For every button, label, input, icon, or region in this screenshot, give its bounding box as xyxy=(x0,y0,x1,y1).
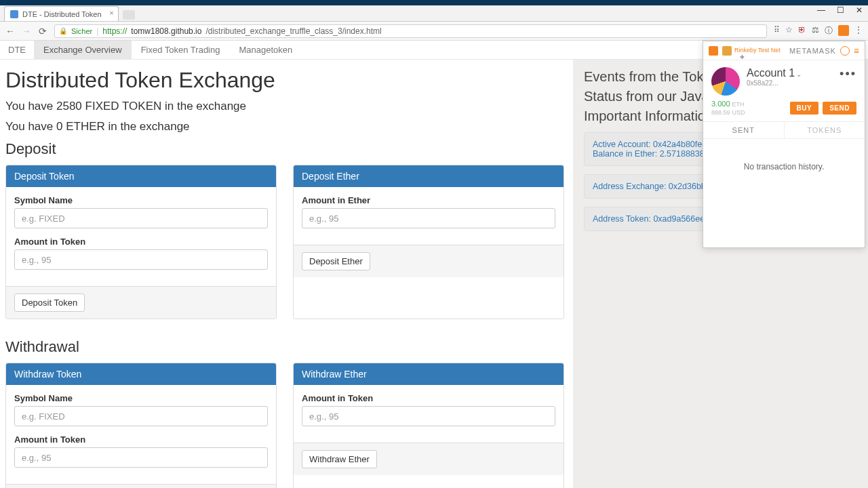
withdraw-ether-panel: Withdraw Ether Amount in Token Withdraw … xyxy=(293,363,564,488)
deposit-ether-amount-input[interactable] xyxy=(302,208,555,228)
withdraw-token-amount-label: Amount in Token xyxy=(14,434,268,445)
withdraw-token-symbol-input[interactable] xyxy=(14,406,268,426)
chevron-down-icon: ⌄ xyxy=(796,70,802,78)
new-tab-button[interactable] xyxy=(123,10,135,20)
metamask-tabs: SENT TOKENS xyxy=(703,121,865,139)
lock-icon: 🔒 xyxy=(59,27,67,35)
tab-sent[interactable]: SENT xyxy=(703,122,784,138)
withdraw-token-panel: Withdraw Token Symbol Name Amount in Tok… xyxy=(5,363,277,488)
deposit-ether-header: Deposit Ether xyxy=(294,165,564,187)
metamask-account-row: Account 1⌄ 0x58a22... ••• xyxy=(703,60,865,100)
forward-icon[interactable]: → xyxy=(22,26,31,36)
withdrawal-heading: Withdrawal xyxy=(5,338,568,356)
withdraw-token-symbol-label: Symbol Name xyxy=(14,393,268,403)
deposit-token-amount-label: Amount in Token xyxy=(14,237,268,247)
deposit-token-amount-input[interactable] xyxy=(14,249,268,270)
close-tab-icon[interactable]: × xyxy=(109,9,113,17)
cursor-icon: ⌖ xyxy=(740,52,745,62)
metamask-popup: Rinkeby Test Net METAMASK ≡ ⌖ Account 1⌄… xyxy=(703,41,865,248)
usd-unit: USD xyxy=(732,109,745,116)
translate-icon[interactable]: ⠿ xyxy=(774,25,780,37)
sidebar: Events from the Token Status from our Ja… xyxy=(573,60,868,488)
deposit-token-button[interactable]: Deposit Token xyxy=(14,293,85,312)
tab-title: DTE - Distributed Token xyxy=(22,10,102,18)
brand-label: DTE xyxy=(0,45,34,55)
close-window-icon[interactable]: ✕ xyxy=(854,5,864,15)
ether-balance-text: You have 0 ETHER in the exchange xyxy=(5,120,568,134)
token-balance-text: You have 2580 FIXED TOKEN in the exchang… xyxy=(5,100,568,113)
url-input[interactable]: 🔒 Sicher | https://tomw1808.github.io/di… xyxy=(54,24,767,38)
account-address: 0x58a22... xyxy=(747,79,802,87)
deposit-token-symbol-input[interactable] xyxy=(14,208,268,228)
deposit-heading: Deposit xyxy=(5,140,568,158)
withdraw-token-header: Withdraw Token xyxy=(6,363,276,385)
back-icon[interactable]: ← xyxy=(5,26,15,36)
tab-tokens[interactable]: TOKENS xyxy=(784,122,865,138)
browser-action-icons: ⠿ ☆ ⛨ ⚖ ⓘ ⋮ xyxy=(774,25,863,37)
metamask-fox-icon xyxy=(709,46,718,56)
account-name[interactable]: Account 1⌄ xyxy=(747,67,802,79)
url-host: tomw1808.github.io xyxy=(131,26,201,36)
network-indicator-icon xyxy=(722,46,732,56)
no-history-text: No transaction history. xyxy=(744,162,825,171)
metamask-balance-row: 3.000 ETH 888.59 USD BUY SEND xyxy=(703,100,865,121)
window-controls: — ☐ ✕ xyxy=(816,5,864,15)
deposit-ether-panel: Deposit Ether Amount in Ether Deposit Et… xyxy=(293,165,564,319)
refresh-icon[interactable] xyxy=(840,46,850,56)
deposit-token-symbol-label: Symbol Name xyxy=(14,195,268,205)
withdraw-ether-header: Withdraw Ether xyxy=(294,363,564,385)
scale-icon[interactable]: ⚖ xyxy=(812,25,819,37)
browser-tabstrip: DTE - Distributed Token × — ☐ ✕ xyxy=(0,5,868,22)
withdraw-ether-amount-input[interactable] xyxy=(302,406,555,426)
metamask-extension-icon[interactable] xyxy=(838,25,849,36)
url-proto: https:// xyxy=(102,26,127,36)
browser-tab[interactable]: DTE - Distributed Token × xyxy=(4,6,119,21)
usd-amount: 888.59 xyxy=(711,109,730,116)
account-avatar-icon xyxy=(711,67,740,96)
secure-label: Sicher xyxy=(71,27,92,35)
main-content: Distributed Token Exchange You have 2580… xyxy=(0,60,573,488)
deposit-token-header: Deposit Token xyxy=(6,165,276,187)
browser-menu-icon[interactable]: ⋮ xyxy=(854,25,863,37)
metamask-topbar: Rinkeby Test Net METAMASK ≡ xyxy=(703,41,865,60)
favicon-icon xyxy=(10,10,18,18)
deposit-ether-button[interactable]: Deposit Ether xyxy=(302,252,370,270)
buy-button[interactable]: BUY xyxy=(790,102,819,115)
maximize-icon[interactable]: ☐ xyxy=(835,5,845,15)
account-menu-icon[interactable]: ••• xyxy=(840,67,856,81)
page-title: Distributed Token Exchange xyxy=(5,68,568,93)
reload-icon[interactable]: ⟳ xyxy=(38,26,47,36)
hamburger-menu-icon[interactable]: ≡ xyxy=(854,45,859,56)
metamask-history-body: No transaction history. xyxy=(703,139,865,247)
withdraw-token-amount-input[interactable] xyxy=(14,447,268,468)
deposit-ether-amount-label: Amount in Ether xyxy=(302,195,555,205)
eth-unit: ETH xyxy=(732,101,745,108)
bookmark-icon[interactable]: ☆ xyxy=(785,25,793,37)
url-path: /distributed_exchange_truffle_class_3/in… xyxy=(205,26,381,36)
nav-fixed-token-trading[interactable]: Fixed Token Trading xyxy=(132,41,230,60)
deposit-token-panel: Deposit Token Symbol Name Amount in Toke… xyxy=(5,165,277,319)
minimize-icon[interactable]: — xyxy=(816,5,826,15)
browser-address-bar: ← → ⟳ 🔒 Sicher | https://tomw1808.github… xyxy=(0,22,868,41)
withdraw-ether-amount-label: Amount in Token xyxy=(302,393,555,403)
send-button[interactable]: SEND xyxy=(823,102,856,115)
withdraw-ether-button[interactable]: Withdraw Ether xyxy=(302,450,377,468)
shield-icon[interactable]: ⛨ xyxy=(798,25,806,37)
metamask-brand-label: METAMASK xyxy=(789,47,836,55)
nav-exchange-overview[interactable]: Exchange Overview xyxy=(34,41,132,60)
nav-managetoken[interactable]: Managetoken xyxy=(229,41,302,60)
eth-amount: 3.000 xyxy=(711,100,730,108)
window-titlebar xyxy=(0,0,868,5)
info-icon[interactable]: ⓘ xyxy=(825,25,833,37)
